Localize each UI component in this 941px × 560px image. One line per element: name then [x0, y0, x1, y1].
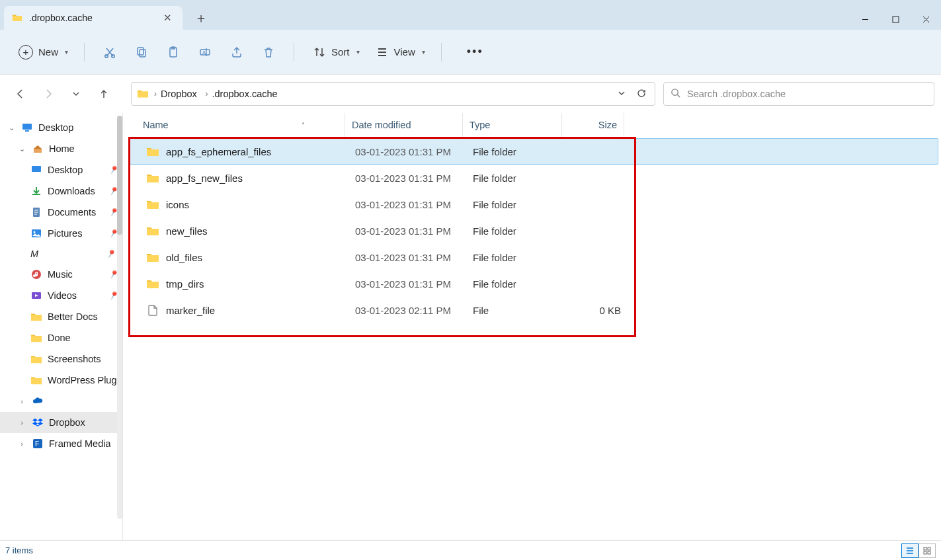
- file-name: tmp_dirs: [166, 278, 204, 290]
- close-tab-button[interactable]: ✕: [161, 11, 175, 25]
- col-type[interactable]: Type: [463, 113, 562, 137]
- folder-icon: [30, 353, 42, 365]
- minimize-button[interactable]: [850, 9, 880, 30]
- refresh-button[interactable]: [634, 85, 649, 103]
- chevron-right-icon[interactable]: ›: [17, 419, 26, 426]
- chevron-down-icon: ▾: [65, 48, 68, 56]
- back-button[interactable]: [13, 87, 28, 101]
- window-tab[interactable]: .dropbox.cache ✕: [4, 6, 183, 30]
- svg-rect-3: [138, 48, 143, 55]
- search-input[interactable]: [687, 89, 927, 99]
- col-name[interactable]: Name˄: [136, 113, 345, 137]
- file-list-pane: Name˄ Date modified Type Size app_fs_eph…: [123, 113, 941, 540]
- nav-row: › Dropbox › .dropbox.cache: [0, 75, 941, 113]
- up-button[interactable]: [97, 87, 111, 101]
- cut-button[interactable]: [97, 42, 123, 63]
- file-type: File folder: [466, 225, 565, 237]
- chevron-right-icon[interactable]: ›: [17, 397, 26, 405]
- file-name: icons: [166, 199, 189, 210]
- sidebar-item-framed[interactable]: › F Framed Media: [0, 433, 122, 454]
- svg-rect-11: [25, 130, 29, 132]
- paste-button[interactable]: [160, 42, 186, 63]
- history-dropdown[interactable]: [614, 85, 630, 103]
- chevron-down-icon[interactable]: ⌄: [7, 124, 16, 132]
- sidebar-item-screenshots[interactable]: Screenshots: [0, 348, 122, 370]
- chevron-right-icon: ›: [201, 89, 208, 99]
- search-box[interactable]: [663, 82, 934, 106]
- new-button[interactable]: + New ▾: [12, 41, 72, 63]
- svg-rect-0: [893, 17, 899, 22]
- delete-button[interactable]: [255, 42, 282, 63]
- scrollbar[interactable]: [117, 116, 122, 519]
- ellipsis-icon: •••: [460, 45, 490, 59]
- forward-button[interactable]: [41, 87, 56, 101]
- tiles-view-toggle[interactable]: [919, 543, 936, 558]
- folder-icon: [30, 332, 42, 344]
- more-button[interactable]: •••: [454, 41, 497, 63]
- column-headers: Name˄ Date modified Type Size: [123, 113, 941, 137]
- folder-icon: [137, 89, 149, 99]
- sidebar-item-videos[interactable]: Videos 📍: [0, 285, 122, 306]
- chevron-right-icon[interactable]: ›: [17, 440, 26, 448]
- share-button[interactable]: [224, 42, 250, 63]
- chevron-down-icon: ▾: [356, 48, 360, 56]
- copy-button[interactable]: [128, 42, 155, 63]
- rename-button[interactable]: A: [192, 42, 218, 63]
- sidebar-item-done[interactable]: Done: [0, 327, 122, 348]
- breadcrumb-segment[interactable]: .dropbox.cache: [212, 89, 277, 99]
- separator: [84, 43, 85, 61]
- sort-label: Sort: [331, 46, 350, 58]
- address-bar[interactable]: › Dropbox › .dropbox.cache: [131, 82, 655, 106]
- file-row[interactable]: icons03-01-2023 01:31 PMFile folder: [130, 191, 938, 218]
- chevron-down-icon[interactable]: ⌄: [17, 145, 26, 153]
- details-view-toggle[interactable]: [901, 543, 919, 558]
- sidebar-item-better-docs[interactable]: Better Docs: [0, 306, 122, 327]
- sidebar-item-desktop-root[interactable]: ⌄ Desktop: [0, 117, 122, 138]
- col-size[interactable]: Size: [562, 113, 624, 137]
- folder-icon: [146, 278, 159, 290]
- col-date[interactable]: Date modified: [345, 113, 463, 137]
- sidebar-item-home[interactable]: ⌄ Home: [0, 138, 122, 159]
- file-date: 03-01-2023 01:31 PM: [348, 173, 466, 184]
- status-bar: 7 items: [0, 540, 941, 560]
- video-icon: [30, 290, 42, 301]
- sidebar-item-onedrive[interactable]: ›: [0, 391, 122, 412]
- file-date: 03-01-2023 01:31 PM: [348, 225, 466, 237]
- view-button[interactable]: View ▾: [369, 42, 429, 63]
- svg-text:F: F: [35, 440, 39, 448]
- file-name: marker_file: [166, 305, 215, 316]
- file-type: File folder: [466, 146, 565, 157]
- file-name: new_files: [166, 225, 208, 237]
- sidebar-item-wordpress[interactable]: WordPress Plugins: [0, 370, 122, 391]
- file-type: File folder: [466, 278, 565, 290]
- svg-rect-23: [928, 551, 930, 554]
- file-row[interactable]: old_files03-01-2023 01:31 PMFile folder: [130, 244, 938, 270]
- new-tab-button[interactable]: ＋: [189, 6, 213, 30]
- file-row[interactable]: app_fs_ephemeral_files03-01-2023 01:31 P…: [130, 138, 938, 165]
- sidebar-item-desktop[interactable]: Desktop 📍: [0, 159, 122, 180]
- sort-button[interactable]: Sort ▾: [306, 42, 364, 63]
- maximize-button[interactable]: [880, 9, 911, 30]
- file-row[interactable]: tmp_dirs03-01-2023 01:31 PMFile folder: [130, 270, 938, 297]
- file-row[interactable]: new_files03-01-2023 01:31 PMFile folder: [130, 218, 938, 244]
- file-name: app_fs_new_files: [166, 173, 243, 184]
- sort-asc-icon: ˄: [302, 122, 305, 129]
- clipboard-icon: [167, 46, 180, 59]
- sidebar-item-dropbox[interactable]: › Dropbox: [0, 412, 122, 433]
- sort-icon: [313, 46, 326, 59]
- breadcrumb-segment[interactable]: Dropbox ›: [161, 89, 208, 99]
- close-window-button[interactable]: [911, 9, 941, 30]
- sidebar-item-unknown[interactable]: M 📍: [0, 244, 122, 264]
- svg-point-9: [672, 89, 678, 95]
- file-date: 03-01-2023 02:11 PM: [348, 305, 466, 316]
- sidebar-item-documents[interactable]: Documents 📍: [0, 202, 122, 223]
- sidebar-item-pictures[interactable]: Pictures 📍: [0, 223, 122, 244]
- recent-button[interactable]: [69, 87, 83, 101]
- file-type: File: [466, 305, 565, 316]
- plus-circle-icon: +: [19, 45, 33, 60]
- folder-icon: [146, 251, 159, 263]
- sidebar-item-music[interactable]: Music 📍: [0, 264, 122, 285]
- sidebar-item-downloads[interactable]: Downloads 📍: [0, 180, 122, 202]
- file-row[interactable]: marker_file03-01-2023 02:11 PMFile0 KB: [130, 297, 938, 323]
- file-row[interactable]: app_fs_new_files03-01-2023 01:31 PMFile …: [130, 165, 938, 191]
